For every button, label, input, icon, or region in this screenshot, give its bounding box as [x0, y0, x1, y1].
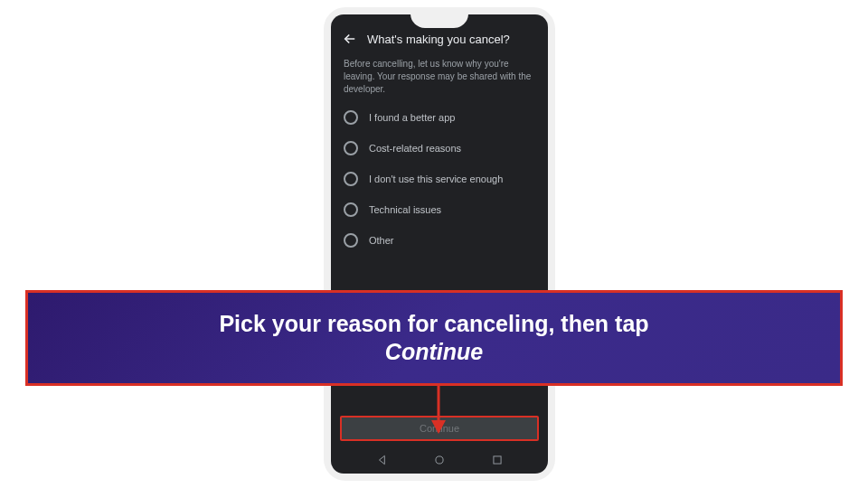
option-label: I don't use this service enough — [369, 174, 503, 184]
option-label: Technical issues — [369, 204, 441, 215]
cancel-subtitle: Before cancelling, let us know why you'r… — [331, 54, 548, 105]
instruction-callout: Pick your reason for canceling, then tap… — [25, 290, 843, 386]
nav-back-icon[interactable] — [376, 454, 389, 466]
svg-point-0 — [436, 456, 443, 464]
continue-button[interactable]: Continue — [340, 416, 539, 441]
cancel-options: I found a better app Cost-related reason… — [331, 105, 548, 253]
option-label: Other — [369, 235, 394, 246]
back-arrow-icon[interactable] — [342, 31, 358, 47]
svg-rect-1 — [493, 456, 500, 464]
radio-icon — [344, 141, 358, 155]
radio-icon — [344, 172, 358, 186]
nav-home-icon[interactable] — [433, 454, 446, 466]
callout-text-line2: Continue — [385, 338, 483, 366]
radio-icon — [344, 110, 358, 125]
option-other[interactable]: Other — [344, 233, 535, 248]
callout-text-line1: Pick your reason for canceling, then tap — [219, 310, 648, 338]
option-label: I found a better app — [369, 112, 455, 123]
notch — [410, 14, 468, 28]
option-technical[interactable]: Technical issues — [344, 202, 535, 217]
radio-icon — [344, 233, 358, 248]
option-dont-use[interactable]: I don't use this service enough — [344, 172, 535, 186]
page-title: What's making you cancel? — [367, 33, 510, 46]
continue-button-label: Continue — [420, 423, 459, 434]
android-nav-bar — [331, 448, 548, 474]
option-better-app[interactable]: I found a better app — [344, 110, 535, 125]
option-cost[interactable]: Cost-related reasons — [344, 141, 535, 155]
phone-frame: What's making you cancel? Before cancell… — [324, 7, 555, 481]
nav-recent-icon[interactable] — [491, 454, 504, 466]
phone-screen: What's making you cancel? Before cancell… — [331, 14, 548, 474]
option-label: Cost-related reasons — [369, 143, 461, 154]
radio-icon — [344, 202, 358, 217]
